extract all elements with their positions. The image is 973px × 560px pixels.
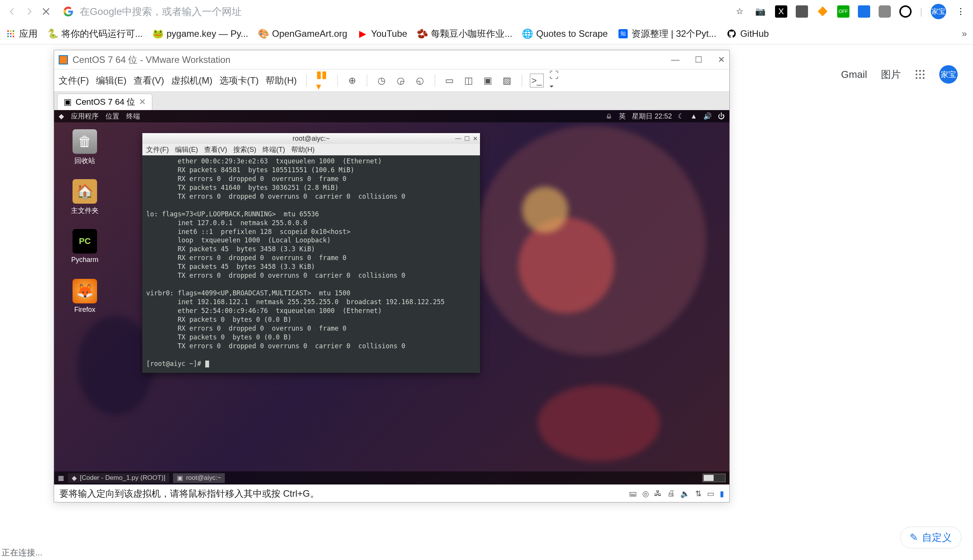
back-button[interactable]	[6, 5, 18, 18]
vm-tab-centos[interactable]: ▣ CentOS 7 64 位 ✕	[57, 93, 152, 110]
gnome-menu-apps[interactable]: 应用程序	[71, 112, 98, 121]
power-icon[interactable]: ⏻	[718, 112, 725, 120]
bookmark-3[interactable]: ▶YouTube	[358, 28, 407, 39]
status-hdd-icon[interactable]: 🖴	[629, 489, 637, 498]
menu-tabs[interactable]: 选项卡(T)	[219, 74, 259, 87]
svg-point-10	[919, 70, 921, 72]
menu-file[interactable]: 文件(F)	[59, 74, 89, 87]
show-desktop-icon[interactable]: ▦	[58, 474, 64, 482]
chrome-menu-icon[interactable]: ⋮	[955, 5, 967, 18]
gnome-activities-icon[interactable]: ◆	[59, 112, 64, 120]
snapshot-revert-icon[interactable]: ◶	[394, 73, 408, 87]
bookmark-4[interactable]: 🫘每颗豆小咖班作业...	[418, 28, 512, 40]
send-cad-icon[interactable]: ⊕	[345, 73, 359, 87]
zhihu-icon: 知	[619, 29, 628, 38]
gnome-menu-places[interactable]: 位置	[105, 112, 119, 121]
term-menu-file[interactable]: 文件(F)	[146, 145, 169, 154]
stop-button[interactable]	[40, 5, 52, 18]
bookmark-5[interactable]: 🌐Quotes to Scrape	[523, 28, 608, 39]
camera-icon[interactable]: 📷	[754, 5, 766, 18]
ext-icon-5[interactable]	[879, 5, 891, 18]
status-msg-icon[interactable]: ▮	[720, 489, 724, 498]
status-printer-icon[interactable]: 🖨	[667, 489, 675, 498]
status-usb-icon[interactable]: ⇅	[695, 489, 702, 498]
star-icon[interactable]: ☆	[734, 5, 746, 18]
volume-icon[interactable]: 🔊	[703, 112, 712, 120]
minimize-button[interactable]: —	[671, 55, 679, 65]
svg-point-14	[923, 73, 925, 75]
gnome-menu-terminal[interactable]: 终端	[126, 112, 140, 121]
menu-vm[interactable]: 虚拟机(M)	[171, 74, 212, 87]
ext-icon-off[interactable]: OFF	[837, 5, 849, 18]
desktop-home[interactable]: 🏠 主文件夹	[66, 179, 104, 215]
status-connecting: 正在连接...	[2, 547, 42, 558]
terminal-minimize-icon[interactable]: —	[455, 135, 461, 142]
term-menu-help[interactable]: 帮助(H)	[291, 145, 315, 154]
forward-button[interactable]	[23, 5, 35, 18]
bookmark-6[interactable]: 知资源整理 | 32个Pyt...	[619, 28, 716, 40]
bookmark-2[interactable]: 🎨OpenGameArt.org	[259, 28, 347, 39]
view-dis-unity-icon[interactable]: ▨	[500, 73, 514, 87]
fullscreen-icon[interactable]: ⛶ ▾	[549, 73, 563, 87]
term-menu-search[interactable]: 搜索(S)	[233, 145, 256, 154]
vmware-titlebar[interactable]: CentOS 7 64 位 - VMware Workstation — ☐ ✕	[54, 50, 729, 70]
maximize-button[interactable]: ☐	[695, 55, 703, 65]
images-link[interactable]: 图片	[881, 68, 901, 81]
clock-label[interactable]: 星期日 22:52	[632, 112, 672, 121]
accessibility-icon[interactable]: 🕭	[606, 112, 613, 120]
terminal-titlebar[interactable]: root@aiyc:~ — ☐ ✕	[142, 133, 480, 144]
close-button[interactable]: ✕	[718, 55, 725, 65]
view-unity-icon[interactable]: ▣	[481, 73, 495, 87]
view-split-icon[interactable]: ◫	[462, 73, 476, 87]
task-terminal[interactable]: ▣ root@aiyc:~	[173, 473, 225, 483]
status-cd-icon[interactable]: ◎	[642, 489, 649, 498]
gnome-desktop[interactable]: ◆ 应用程序 位置 终端 🕭 英 星期日 22:52 ☾ ▲ 🔊 ⏻ 🗑 回收站…	[54, 110, 729, 485]
ext-icon-3[interactable]: 🔶	[816, 5, 829, 18]
night-icon[interactable]: ☾	[678, 112, 684, 120]
bookmark-7[interactable]: GitHub	[727, 28, 769, 39]
terminal-body[interactable]: ether 00:0c:29:3e:e2:63 txqueuelen 1000 …	[142, 155, 480, 373]
menu-help[interactable]: 帮助(H)	[265, 74, 297, 87]
profile-avatar[interactable]: 家宝	[931, 4, 946, 19]
desktop-pycharm[interactable]: PC Pycharm	[66, 229, 104, 264]
customize-button[interactable]: ✎ 自定义	[900, 527, 961, 548]
menu-view[interactable]: 查看(V)	[134, 74, 164, 87]
google-apps-icon[interactable]	[915, 69, 925, 80]
svg-point-13	[919, 73, 921, 75]
terminal-maximize-icon[interactable]: ☐	[464, 135, 470, 142]
input-lang[interactable]: 英	[619, 112, 626, 121]
menu-edit[interactable]: 编辑(E)	[96, 74, 127, 87]
status-net-icon[interactable]: 🖧	[654, 489, 662, 498]
svg-rect-2	[13, 30, 14, 32]
pause-button[interactable]: ▮▮ ▾	[316, 73, 330, 87]
ext-icon-6[interactable]	[900, 5, 911, 18]
view-single-icon[interactable]: ▭	[443, 73, 457, 87]
term-menu-terminal[interactable]: 终端(T)	[262, 145, 285, 154]
ext-icon-1[interactable]: X	[775, 5, 787, 18]
desktop-firefox[interactable]: 🦊 Firefox	[66, 279, 104, 314]
network-icon[interactable]: ▲	[690, 112, 697, 120]
gmail-link[interactable]: Gmail	[841, 69, 867, 80]
bookmark-0[interactable]: 🐍将你的代码运行可...	[48, 28, 143, 40]
apps-button[interactable]: 应用	[6, 28, 38, 40]
term-menu-view[interactable]: 查看(V)	[204, 145, 227, 154]
desktop-trash[interactable]: 🗑 回收站	[66, 129, 104, 165]
omnibox[interactable]: 在Google中搜索，或者输入一个网址	[57, 5, 729, 18]
bookmarks-overflow[interactable]: »	[962, 28, 967, 39]
status-display-icon[interactable]: ▭	[707, 489, 714, 498]
workspace-switcher[interactable]	[703, 474, 726, 482]
console-icon[interactable]: >_	[530, 73, 544, 87]
task-pycharm[interactable]: ◆ [Coder - Demo_1.py (ROOT)]	[68, 473, 169, 483]
bookmark-1[interactable]: 🐸pygame.key — Py...	[154, 28, 248, 39]
status-sound-icon[interactable]: 🔈	[680, 489, 690, 498]
terminal-close-icon[interactable]: ✕	[473, 135, 478, 142]
snapshot-icon[interactable]: ◷	[375, 73, 389, 87]
google-avatar[interactable]: 家宝	[939, 65, 958, 83]
ext-icon-2[interactable]	[796, 5, 808, 18]
snapshot-mgr-icon[interactable]: ◵	[413, 73, 427, 87]
vm-tab-close-icon[interactable]: ✕	[139, 97, 146, 107]
globe-icon: 🌐	[523, 29, 532, 38]
ext-icon-4[interactable]	[858, 5, 870, 18]
pycharm-icon: PC	[72, 229, 97, 253]
term-menu-edit[interactable]: 编辑(E)	[175, 145, 198, 154]
